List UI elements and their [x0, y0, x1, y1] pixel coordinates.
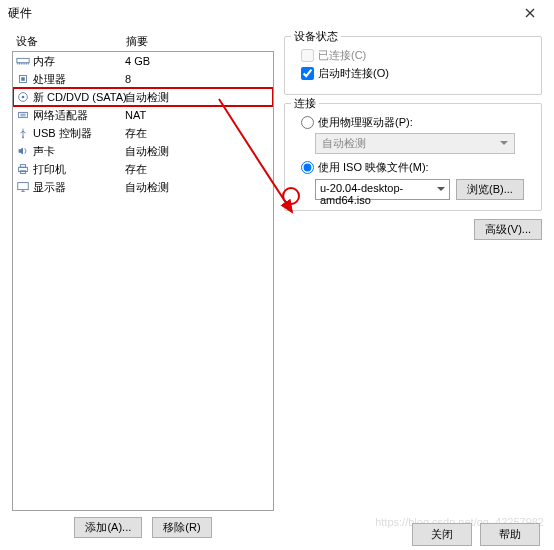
display-icon [15, 179, 31, 195]
status-group-title: 设备状态 [291, 29, 341, 44]
use-iso-radio[interactable]: 使用 ISO 映像文件(M): [301, 160, 531, 175]
device-name: 显示器 [33, 180, 125, 195]
use-physical-label: 使用物理驱动器(P): [318, 115, 413, 130]
svg-rect-5 [19, 112, 28, 117]
svg-rect-8 [20, 165, 25, 168]
browse-button[interactable]: 浏览(B)... [456, 179, 524, 200]
col-summary: 摘要 [126, 34, 148, 49]
connect-on-start-checkbox[interactable]: 启动时连接(O) [301, 66, 531, 81]
device-list[interactable]: 内存4 GB处理器8新 CD/DVD (SATA)自动检测网络适配器NATUSB… [12, 51, 274, 511]
device-row-cddvd[interactable]: 新 CD/DVD (SATA)自动检测 [13, 88, 273, 106]
device-summary: NAT [125, 109, 146, 121]
window-title: 硬件 [8, 5, 32, 22]
usb-icon [15, 125, 31, 141]
use-iso-label: 使用 ISO 映像文件(M): [318, 160, 429, 175]
device-summary: 存在 [125, 126, 147, 141]
connected-checkbox: 已连接(C) [301, 48, 531, 63]
col-device: 设备 [16, 34, 126, 49]
device-name: 内存 [33, 54, 125, 69]
svg-point-4 [22, 96, 25, 99]
cpu-icon [15, 71, 31, 87]
svg-point-6 [22, 137, 24, 139]
device-row-cpu[interactable]: 处理器8 [13, 70, 273, 88]
net-icon [15, 107, 31, 123]
device-name: 新 CD/DVD (SATA) [33, 90, 125, 105]
iso-file-field[interactable]: u-20.04-desktop-amd64.iso [315, 179, 450, 200]
device-summary: 自动检测 [125, 144, 169, 159]
connect-on-start-input[interactable] [301, 67, 314, 80]
device-summary: 8 [125, 73, 131, 85]
memory-icon [15, 53, 31, 69]
device-row-sound[interactable]: 声卡自动检测 [13, 142, 273, 160]
connected-label: 已连接(C) [318, 48, 366, 63]
close-button[interactable]: 关闭 [412, 523, 472, 546]
device-summary: 自动检测 [125, 180, 169, 195]
device-summary: 存在 [125, 162, 147, 177]
use-physical-radio[interactable]: 使用物理驱动器(P): [301, 115, 531, 130]
iso-file-value: u-20.04-desktop-amd64.iso [320, 182, 403, 206]
connection-group-title: 连接 [291, 96, 319, 111]
advanced-button[interactable]: 高级(V)... [474, 219, 542, 240]
device-name: 处理器 [33, 72, 125, 87]
device-name: USB 控制器 [33, 126, 125, 141]
svg-rect-2 [21, 77, 25, 81]
physical-drive-select: 自动检测 [315, 133, 515, 154]
remove-button[interactable]: 移除(R) [152, 517, 211, 538]
close-icon[interactable] [514, 1, 546, 25]
use-iso-input[interactable] [301, 161, 314, 174]
use-physical-input[interactable] [301, 116, 314, 129]
help-button[interactable]: 帮助 [480, 523, 540, 546]
device-row-display[interactable]: 显示器自动检测 [13, 178, 273, 196]
annotation-circle-icon [282, 187, 300, 205]
device-summary: 自动检测 [125, 90, 169, 105]
device-summary: 4 GB [125, 55, 150, 67]
device-name: 打印机 [33, 162, 125, 177]
device-row-printer[interactable]: 打印机存在 [13, 160, 273, 178]
svg-rect-0 [17, 58, 29, 62]
connect-on-start-label: 启动时连接(O) [318, 66, 389, 81]
device-row-memory[interactable]: 内存4 GB [13, 52, 273, 70]
connected-input [301, 49, 314, 62]
device-row-net[interactable]: 网络适配器NAT [13, 106, 273, 124]
svg-rect-10 [18, 183, 29, 190]
sound-icon [15, 143, 31, 159]
device-name: 声卡 [33, 144, 125, 159]
cddvd-icon [15, 89, 31, 105]
add-button[interactable]: 添加(A)... [74, 517, 142, 538]
device-row-usb[interactable]: USB 控制器存在 [13, 124, 273, 142]
device-name: 网络适配器 [33, 108, 125, 123]
printer-icon [15, 161, 31, 177]
